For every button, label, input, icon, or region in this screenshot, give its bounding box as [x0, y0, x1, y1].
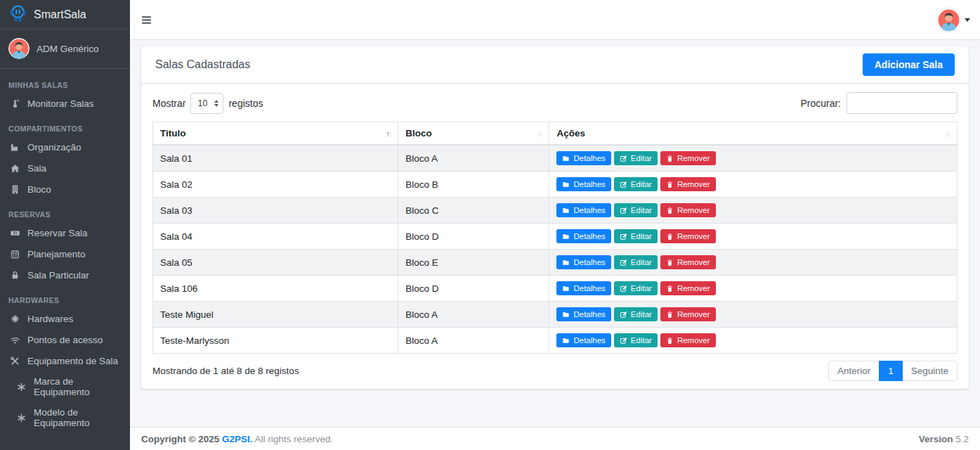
cell-bloco: Bloco A — [398, 145, 549, 172]
section-header-minhas-salas: MINHAS SALAS — [0, 70, 130, 93]
table-footer: Mostrando de 1 até 8 de 8 registos Anter… — [152, 361, 958, 381]
table-row: Sala 02 Bloco B DetalhesEditarRemover — [153, 172, 958, 198]
trash-icon — [666, 233, 674, 240]
search-control: Procurar: — [800, 92, 958, 114]
detalhes-button[interactable]: Detalhes — [556, 229, 610, 243]
sort-icon: ↑↓ — [537, 129, 542, 138]
building-icon — [8, 184, 21, 195]
sidebar-item-planejamento[interactable]: Planejamento — [0, 243, 130, 264]
folder-icon — [562, 181, 570, 188]
editar-button[interactable]: Editar — [614, 255, 658, 269]
page-footer: Copyright © 2025 G2PSI. All rights reser… — [130, 427, 980, 450]
cell-acoes: DetalhesEditarRemover — [549, 328, 958, 354]
sidebar-item-organizacao[interactable]: Organização — [0, 136, 130, 158]
sidebar-item-modelo-de-equipamento[interactable]: Modelo de Equipamento — [0, 402, 130, 433]
version-text: Version 5.2 — [919, 434, 969, 444]
trash-icon — [666, 259, 674, 266]
cell-acoes: DetalhesEditarRemover — [549, 276, 958, 302]
detalhes-button[interactable]: Detalhes — [556, 333, 610, 347]
editar-button[interactable]: Editar — [614, 203, 658, 217]
folder-icon — [562, 285, 570, 292]
remover-button[interactable]: Remover — [660, 307, 716, 321]
editar-button[interactable]: Editar — [614, 281, 658, 295]
brand-title: SmartSala — [34, 8, 86, 21]
cell-titulo: Sala 02 — [153, 172, 398, 198]
cell-titulo: Teste-Marlysson — [153, 328, 398, 354]
cell-bloco: Bloco E — [398, 250, 549, 276]
sidebar-item-pontos-de-acesso[interactable]: Pontos de acesso — [0, 329, 130, 350]
editar-button[interactable]: Editar — [614, 177, 658, 191]
cell-titulo: Sala 03 — [153, 198, 398, 224]
remover-button[interactable]: Remover — [660, 151, 716, 165]
cell-acoes: DetalhesEditarRemover — [549, 172, 958, 198]
rights-text: All rights reserved. — [255, 434, 334, 444]
folder-icon — [562, 337, 570, 345]
column-header-bloco[interactable]: Bloco ↑↓ — [398, 122, 549, 146]
detalhes-button[interactable]: Detalhes — [556, 281, 610, 295]
sidebar-item-bloco[interactable]: Bloco — [0, 179, 130, 200]
column-header-acoes[interactable]: Ações ↑↓ — [549, 122, 958, 146]
sidebar: SmartSala ADM Genérico MINHAS SALAS Moni… — [0, 0, 130, 450]
detalhes-button[interactable]: Detalhes — [556, 203, 610, 217]
sidebar-item-equipamento-de-sala[interactable]: Equipamento de Sala — [0, 350, 130, 371]
hamburger-menu-icon[interactable] — [138, 13, 154, 27]
asterisk-icon — [15, 381, 27, 392]
user-name: ADM Genérico — [37, 44, 99, 54]
pagination-previous-button[interactable]: Anterior — [828, 361, 880, 381]
trash-icon — [666, 155, 674, 162]
cell-bloco: Bloco A — [398, 328, 549, 354]
trash-icon — [666, 181, 674, 188]
editar-button[interactable]: Editar — [614, 229, 658, 243]
remover-button[interactable]: Remover — [660, 333, 716, 347]
detalhes-button[interactable]: Detalhes — [556, 255, 610, 269]
remover-button[interactable]: Remover — [660, 177, 716, 191]
remover-button[interactable]: Remover — [660, 281, 716, 295]
cell-bloco: Bloco A — [398, 302, 549, 328]
sidebar-item-sala-particular[interactable]: Sala Particular — [0, 264, 130, 285]
asterisk-icon — [15, 412, 27, 423]
cell-bloco: Bloco D — [398, 276, 549, 302]
table-row: Teste-Marlysson Bloco A DetalhesEditarRe… — [153, 328, 958, 354]
table-row: Sala 03 Bloco C DetalhesEditarRemover — [153, 198, 958, 224]
user-panel[interactable]: ADM Genérico — [0, 30, 130, 69]
sort-icon: ↑↓ — [386, 129, 391, 138]
sidebar-item-monitorar-salas[interactable]: Monitorar Salas — [0, 93, 130, 114]
detalhes-button[interactable]: Detalhes — [556, 307, 610, 321]
column-header-titulo[interactable]: Titulo ↑↓ — [153, 122, 398, 146]
copyright-text: Copyright © 2025 G2PSI. All rights reser… — [141, 434, 333, 444]
sidebar-item-hardwares[interactable]: Hardwares — [0, 308, 130, 329]
detalhes-button[interactable]: Detalhes — [556, 151, 610, 165]
salas-table: Titulo ↑↓ Bloco ↑↓ — [152, 122, 958, 354]
sidebar-item-marca-de-equipamento[interactable]: Marca de Equipamento — [0, 371, 130, 402]
detalhes-button[interactable]: Detalhes — [556, 177, 610, 191]
editar-button[interactable]: Editar — [614, 307, 658, 321]
g2psi-link[interactable]: G2PSI. — [222, 434, 253, 444]
search-input[interactable] — [847, 92, 958, 114]
table-row: Sala 106 Bloco D DetalhesEditarRemover — [153, 276, 958, 302]
editar-button[interactable]: Editar — [614, 151, 658, 165]
remover-button[interactable]: Remover — [660, 203, 716, 217]
lock-icon — [8, 269, 21, 281]
page-length-select[interactable]: 10 — [190, 93, 223, 114]
navbar-user-menu[interactable] — [937, 8, 970, 32]
adicionar-sala-button[interactable]: Adicionar Sala — [863, 53, 955, 76]
editar-button[interactable]: Editar — [614, 333, 658, 347]
wifi-icon — [8, 334, 21, 345]
remover-button[interactable]: Remover — [660, 229, 716, 243]
cell-bloco: Bloco D — [398, 224, 549, 250]
show-label: Mostrar — [152, 98, 185, 109]
pagination-page-1-button[interactable]: 1 — [879, 361, 903, 381]
table-toolbar: Mostrar 10 registos Procurar: — [152, 92, 958, 114]
pencil-square-icon — [620, 155, 627, 162]
remover-button[interactable]: Remover — [660, 255, 716, 269]
cell-acoes: DetalhesEditarRemover — [549, 302, 958, 328]
pagination: Anterior 1 Seguinte — [828, 361, 958, 381]
sidebar-item-reservar-sala[interactable]: Reservar Sala — [0, 222, 130, 243]
cell-bloco: Bloco C — [398, 198, 549, 224]
show-entries-control: Mostrar 10 registos — [152, 93, 263, 114]
sidebar-item-sala[interactable]: Sala — [0, 158, 130, 179]
folder-icon — [562, 259, 570, 266]
pagination-next-button[interactable]: Seguinte — [902, 361, 958, 381]
brand[interactable]: SmartSala — [0, 0, 130, 30]
pencil-square-icon — [620, 337, 627, 345]
